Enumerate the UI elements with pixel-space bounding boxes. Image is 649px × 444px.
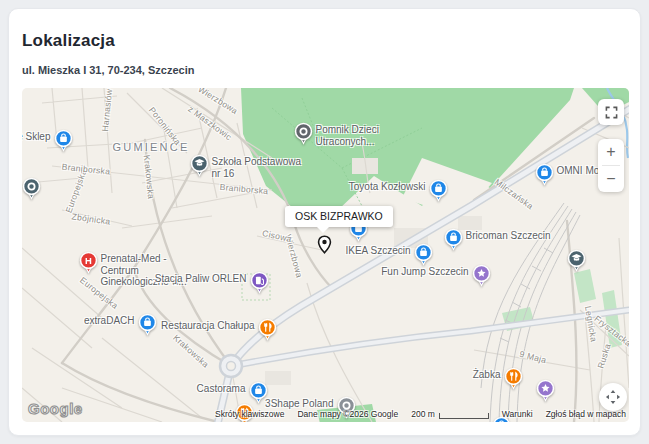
shop-marker-icon: [54, 129, 73, 152]
attraction-marker-icon: [472, 264, 491, 287]
poi-marker-games-south[interactable]: [536, 379, 555, 402]
shop-marker-icon: [429, 179, 448, 202]
location-pin-icon[interactable]: [315, 234, 334, 259]
shop-marker-icon: [535, 163, 554, 186]
monument-marker-icon: [294, 122, 313, 145]
zoom-in-button[interactable]: +: [598, 139, 624, 165]
poi-marker-omni[interactable]: OMNI Mol: [535, 163, 554, 186]
poi-marker-apy[interactable]: apy: [22, 177, 41, 200]
poi-marker-toyota-kozlowski[interactable]: Toyota Kozłowski: [429, 179, 448, 202]
location-card: Lokalizacja ul. Mieszka I 31, 70-234, Sz…: [8, 8, 641, 436]
zoom-control: + −: [598, 139, 624, 192]
restaurant-marker-icon: [258, 318, 277, 341]
poi-marker-stacja-paliw-orlen[interactable]: Stacja Paliw ORLEN: [250, 271, 269, 294]
fullscreen-button[interactable]: [598, 99, 624, 125]
google-logo[interactable]: Google: [28, 400, 83, 417]
shop-marker-icon: [444, 228, 463, 251]
fuel-marker-icon: [250, 271, 269, 294]
poi-marker-sklep[interactable]: e Sklep: [54, 129, 73, 152]
restaurant-marker-icon: [504, 367, 523, 390]
attraction-marker-icon: [536, 379, 555, 402]
page-background: { "card": { "title": "Lokalizacja", "add…: [0, 0, 649, 444]
map-tooltip[interactable]: OSK BIZPRAWKO: [285, 206, 393, 227]
dot-marker-icon: [22, 177, 41, 200]
map-canvas[interactable]: GUMIEŃCEHarnasiówEuropejskaEuropejskaZbó…: [22, 88, 629, 422]
map-scale-bar: [439, 413, 489, 419]
shop-marker-icon: [249, 381, 268, 404]
pan-control-button[interactable]: [599, 383, 627, 411]
poi-marker-ikea-szczecin[interactable]: IKEA Szczecin: [414, 243, 433, 266]
svg-text:H: H: [85, 255, 92, 266]
page-title: Lokalizacja: [22, 31, 115, 51]
poi-marker-pomnik-dzieci-utraconych[interactable]: Pomnik Dzieci Utraconych...: [294, 122, 313, 145]
map-scale-label: 200 m: [411, 409, 435, 419]
poi-marker-castorama[interactable]: Castorama: [249, 381, 268, 404]
poi-marker-bricoman-szczecin[interactable]: Bricoman Szczecin: [444, 228, 463, 251]
poi-marker-restauracja-chalupa[interactable]: Restauracja Chałupa: [258, 318, 277, 341]
poi-marker-extradach[interactable]: extraDACH: [138, 313, 157, 336]
poi-marker-szkola-podstawowa-nr-16[interactable]: Szkoła Podstawowa nr 16: [190, 154, 209, 177]
fullscreen-icon: [605, 106, 618, 119]
map-data-notice: Dane mapy ©2026 Google: [297, 409, 398, 419]
hospital-marker-icon: H: [79, 251, 98, 274]
terms-link[interactable]: Warunki: [502, 409, 533, 419]
poi-marker-fun-jump-szczecin[interactable]: Fun Jump Szczecin: [472, 264, 491, 287]
shop-marker-icon: [414, 243, 433, 266]
zoom-out-button[interactable]: −: [598, 166, 624, 192]
map-attribution: Skróty klawiszowe Dane mapy ©2026 Google…: [215, 409, 626, 419]
shop-marker-icon: [138, 313, 157, 336]
poi-marker-school-east[interactable]: [567, 249, 586, 272]
poi-marker-zabka[interactable]: Żabka: [504, 367, 523, 390]
keyboard-shortcuts-link[interactable]: Skróty klawiszowe: [215, 409, 284, 419]
map-scale: 200 m: [411, 409, 489, 419]
pan-arrows-icon: [602, 386, 624, 408]
location-address: ul. Mieszka I 31, 70-234, Szczecin: [22, 64, 194, 76]
school-marker-icon: [190, 154, 209, 177]
school-marker-icon: [567, 249, 586, 272]
poi-marker-prenatal-med[interactable]: HPrenatal-Med - Centrum Ginekologiczne w…: [79, 251, 98, 274]
